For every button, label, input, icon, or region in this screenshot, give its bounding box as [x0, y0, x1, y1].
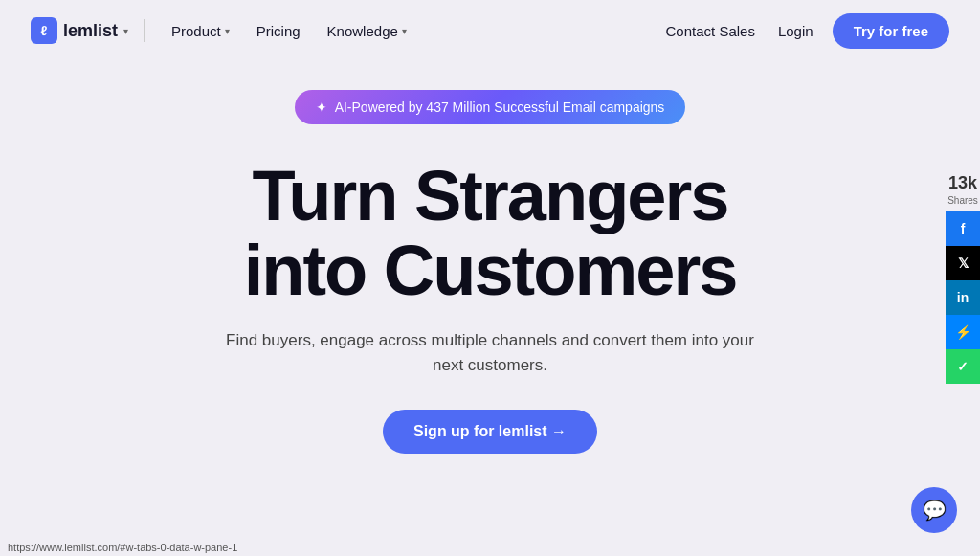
- sparkle-icon: ✦: [316, 100, 327, 115]
- product-chevron-icon: ▾: [225, 26, 230, 36]
- try-for-free-button[interactable]: Try for free: [833, 13, 949, 49]
- nav-link-knowledge[interactable]: Knowledge ▾: [316, 15, 418, 47]
- logo-chevron-icon: ▾: [123, 26, 128, 36]
- whatsapp-share-button[interactable]: ✓: [946, 349, 980, 384]
- nav-link-product[interactable]: Product ▾: [160, 15, 241, 47]
- headline-line2: into Customers: [244, 231, 737, 310]
- facebook-share-button[interactable]: f: [946, 211, 980, 246]
- url-text: https://www.lemlist.com/#w-tabs-0-data-w…: [8, 542, 237, 553]
- nav-links: Product ▾ Pricing Knowledge ▾: [160, 15, 418, 47]
- chat-button[interactable]: 💬: [911, 487, 957, 533]
- logo-icon: ℓ: [31, 17, 57, 44]
- login-link[interactable]: Login: [774, 15, 817, 47]
- contact-sales-link[interactable]: Contact Sales: [662, 15, 759, 47]
- navbar-right: Contact Sales Login Try for free: [662, 13, 949, 49]
- knowledge-chevron-icon: ▾: [402, 26, 407, 36]
- share-label: Shares: [947, 195, 978, 206]
- nav-divider: [144, 19, 145, 42]
- hero-subheadline: Find buyers, engage across multiple chan…: [222, 328, 758, 377]
- chat-icon: 💬: [923, 499, 947, 522]
- ai-badge-text: AI-Powered by 437 Million Successful Ema…: [335, 100, 665, 115]
- hero-section: ✦ AI-Powered by 437 Million Successful E…: [0, 61, 980, 454]
- linkedin-share-button[interactable]: in: [946, 280, 980, 315]
- logo[interactable]: ℓ lemlist ▾: [31, 17, 128, 44]
- headline-line1: Turn Strangers: [253, 156, 728, 235]
- nav-link-pricing[interactable]: Pricing: [245, 15, 312, 47]
- url-bar: https://www.lemlist.com/#w-tabs-0-data-w…: [0, 539, 245, 556]
- share-count: 13k: [948, 173, 977, 193]
- signup-button[interactable]: Sign up for lemlist →: [383, 410, 597, 454]
- hero-headline: Turn Strangers into Customers: [244, 159, 737, 307]
- navbar: ℓ lemlist ▾ Product ▾ Pricing Knowledge …: [0, 0, 980, 61]
- messenger-share-button[interactable]: ⚡: [946, 315, 980, 349]
- ai-badge: ✦ AI-Powered by 437 Million Successful E…: [295, 90, 686, 124]
- social-sidebar: 13k Shares f 𝕏 in ⚡ ✓: [946, 173, 980, 384]
- navbar-left: ℓ lemlist ▾ Product ▾ Pricing Knowledge …: [31, 15, 418, 47]
- logo-text: lemlist: [63, 21, 118, 41]
- twitter-share-button[interactable]: 𝕏: [946, 246, 980, 280]
